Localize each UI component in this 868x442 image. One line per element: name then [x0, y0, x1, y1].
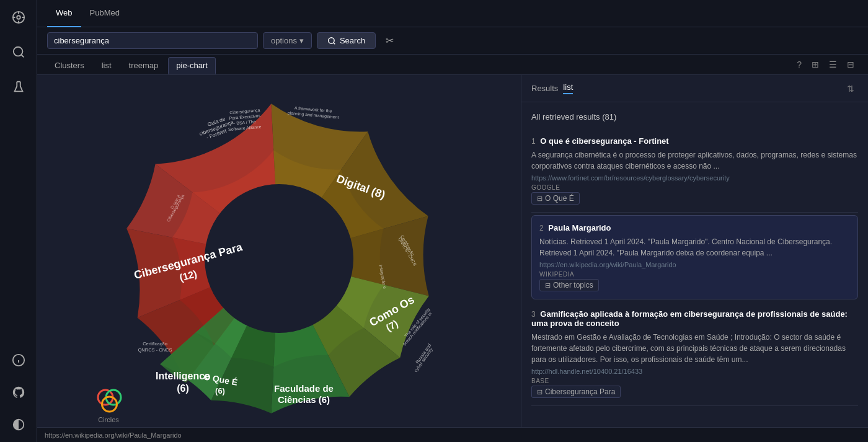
svg-text:Certificação: Certificação	[143, 341, 167, 347]
svg-line-7	[334, 42, 335, 44]
chart-area: Cibersegurança Para (12) Digital (8) Com…	[37, 75, 521, 442]
result-item-2: 2 Paula Margarido Notícias. Retrieved 1 …	[531, 215, 858, 299]
pie-label-intelligence: Intelligence	[156, 371, 210, 381]
results-tab-list[interactable]: list	[563, 82, 573, 94]
result-3-url[interactable]: http://hdl.handle.net/10400.21/16433	[531, 368, 858, 375]
result-2-tag[interactable]: ⊟ Other topics	[539, 279, 599, 291]
tab-pie-chart[interactable]: pie-chart	[168, 57, 216, 74]
pie-label-faculdade: Faculdade de	[274, 383, 334, 394]
scissors-button[interactable]: ✂	[381, 32, 399, 49]
result-1-tag[interactable]: ⊟ O Que É	[531, 192, 580, 205]
searchbar: options ▾ Search ✂	[37, 27, 868, 55]
logo-icon[interactable]	[7, 6, 30, 29]
options-button[interactable]: options ▾	[263, 32, 312, 49]
tab-treemap[interactable]: treemap	[122, 58, 166, 74]
result-1-num: 1	[531, 137, 536, 146]
search-icon	[327, 37, 336, 45]
circles-logo-text: Circles	[98, 416, 119, 423]
tab-pubmed[interactable]: PubMed	[81, 0, 128, 27]
results-toolbar: ⇅	[843, 84, 858, 94]
svg-line-2	[21, 55, 24, 57]
result-2-num: 2	[539, 224, 544, 232]
circles-logo: Circles	[93, 385, 124, 423]
list-icon[interactable]: ☰	[825, 57, 841, 72]
svg-text:Ciências (6): Ciências (6)	[278, 394, 330, 405]
search-input[interactable]	[54, 36, 228, 45]
result-3-desc: Mestrado em Gestão e Avaliação de Tecnol…	[531, 332, 858, 365]
svg-point-6	[329, 37, 334, 43]
tag-folder-icon: ⊟	[537, 195, 542, 203]
pie-chart-svg[interactable]: Cibersegurança Para (12) Digital (8) Com…	[112, 91, 446, 426]
result-1-title-row: 1 O que é cibersegurança - Fortinet	[531, 136, 858, 146]
results-header: Results list ⇅	[521, 75, 868, 102]
theme-toggle-icon[interactable]	[7, 413, 30, 436]
tab-web[interactable]: Web	[47, 0, 81, 27]
info-icon[interactable]	[7, 349, 30, 371]
result-2-desc: Notícias. Retrieved 1 April 2024. "Paula…	[539, 236, 850, 259]
svg-point-0	[17, 15, 20, 19]
search-nav-icon[interactable]	[7, 41, 30, 63]
results-label: Results	[531, 84, 558, 93]
result-1-source: GOOGLE	[531, 184, 858, 191]
svg-text:(6): (6)	[177, 383, 189, 394]
github-icon[interactable]	[7, 381, 30, 404]
svg-point-8	[205, 184, 353, 333]
result-3-title-row: 3 Gamificação aplicada à formação em cib…	[531, 309, 858, 328]
main-area: Web PubMed options ▾ Search ✂ Clusters l…	[37, 0, 868, 442]
search-button[interactable]: Search	[317, 32, 376, 49]
help-icon[interactable]: ?	[793, 57, 805, 72]
result-1-desc: A segurança cibernética é o processo de …	[531, 149, 858, 172]
results-sort-icon[interactable]: ⇅	[843, 81, 858, 96]
all-results-count: All retrieved results (81)	[531, 107, 858, 129]
statusbar: https://en.wikipedia.org/wiki/Paula_Marg…	[37, 427, 868, 442]
result-1-title[interactable]: O que é cibersegurança - Fortinet	[540, 136, 668, 146]
tag-folder-icon-2: ⊟	[545, 281, 551, 290]
result-2-source: WIKIPEDIA	[539, 271, 850, 278]
results-list: All retrieved results (81) 1 O que é cib…	[521, 102, 868, 442]
result-item-1: 1 O que é cibersegurança - Fortinet A se…	[531, 129, 858, 213]
svg-point-1	[13, 47, 22, 56]
statusbar-url: https://en.wikipedia.org/wiki/Paula_Marg…	[45, 431, 182, 439]
results-header-left: Results list	[531, 82, 573, 94]
topbar: Web PubMed	[37, 0, 868, 27]
grid-icon[interactable]: ⊞	[808, 57, 823, 72]
tab-clusters[interactable]: Clusters	[47, 58, 92, 74]
svg-text:(6): (6)	[215, 386, 225, 396]
result-3-title[interactable]: Gamificação aplicada à formação em ciber…	[531, 309, 848, 328]
result-3-num: 3	[531, 310, 536, 319]
search-input-wrap	[47, 32, 258, 49]
results-panel: Results list ⇅ All retrieved results (81…	[521, 75, 868, 442]
result-2-url[interactable]: https://en.wikipedia.org/wiki/Paula_Marg…	[539, 261, 850, 268]
tab-list[interactable]: list	[94, 58, 119, 74]
tag-folder-icon-3: ⊟	[537, 388, 542, 396]
circles-logo-svg	[93, 385, 124, 416]
result-1-url[interactable]: https://www.fortinet.com/br/resources/cy…	[531, 174, 858, 182]
view-tabs: Clusters list treemap pie-chart ? ⊞ ☰ ⊟	[37, 55, 868, 75]
content-area: Cibersegurança Para (12) Digital (8) Com…	[37, 75, 868, 442]
result-2-title-row: 2 Paula Margarido	[539, 223, 850, 232]
columns-icon[interactable]: ⊟	[843, 57, 858, 72]
result-3-tag[interactable]: ⊟ Cibersegurança Para	[531, 386, 621, 398]
svg-text:QNRCS - CNCS: QNRCS - CNCS	[138, 347, 172, 353]
result-3-source: BASE	[531, 378, 858, 384]
flask-icon[interactable]	[7, 76, 30, 98]
result-item-3: 3 Gamificação aplicada à formação em cib…	[531, 302, 858, 406]
sidebar	[0, 0, 37, 442]
result-2-title[interactable]: Paula Margarido	[548, 223, 611, 232]
